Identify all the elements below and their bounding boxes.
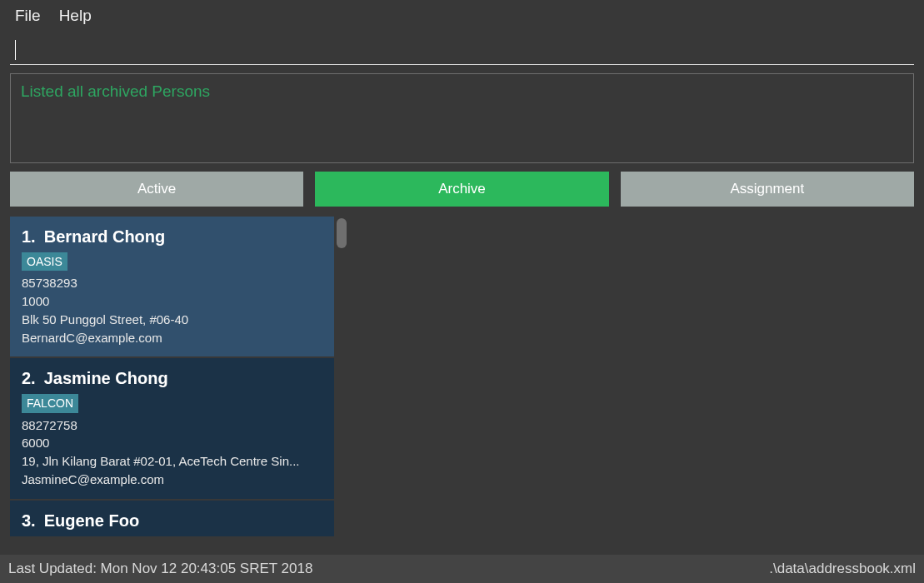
person-index: 2. — [22, 369, 36, 387]
result-message: Listed all archived Persons — [21, 82, 210, 100]
person-address: Blk 50 Punggol Street, #06-40 — [22, 311, 322, 329]
person-email: JasmineC@example.com — [22, 471, 322, 489]
persons-list-panel: 1.Bernard Chong OASIS 85738293 1000 Blk … — [10, 217, 347, 548]
menu-bar: File Help — [0, 0, 924, 32]
person-tag: FALCON — [22, 394, 78, 412]
person-salary: 1000 — [22, 292, 322, 311]
status-bar: Last Updated: Mon Nov 12 20:43:05 SRET 2… — [0, 555, 924, 583]
text-caret — [15, 40, 16, 60]
menu-help[interactable]: Help — [59, 7, 92, 25]
tabs-row: Active Archive Assignment — [10, 172, 914, 207]
command-area — [10, 35, 914, 65]
tab-active[interactable]: Active — [10, 172, 303, 207]
person-title: 3.Eugene Foo — [22, 509, 322, 533]
person-name: Eugene Foo — [44, 511, 139, 530]
person-card[interactable]: 3.Eugene Foo — [10, 501, 334, 536]
person-phone: 85738293 — [22, 274, 322, 292]
detail-panel — [356, 217, 914, 548]
persons-list[interactable]: 1.Bernard Chong OASIS 85738293 1000 Blk … — [10, 217, 334, 548]
person-salary: 6000 — [22, 434, 322, 452]
person-card[interactable]: 2.Jasmine Chong FALCON 88272758 6000 19,… — [10, 358, 334, 498]
main-split: 1.Bernard Chong OASIS 85738293 1000 Blk … — [10, 217, 914, 548]
person-email: BernardC@example.com — [22, 329, 322, 347]
status-file-path: .\data\addressbook.xml — [769, 561, 916, 577]
person-name: Bernard Chong — [44, 227, 166, 246]
person-title: 2.Jasmine Chong — [22, 366, 322, 391]
result-display: Listed all archived Persons — [10, 73, 914, 163]
person-address: 19, Jln Kilang Barat #02-01, AceTech Cen… — [22, 452, 322, 471]
list-scrollbar[interactable] — [336, 217, 347, 548]
status-last-updated: Last Updated: Mon Nov 12 20:43:05 SRET 2… — [8, 561, 312, 577]
tab-archive[interactable]: Archive — [315, 172, 608, 207]
person-name: Jasmine Chong — [44, 369, 168, 387]
menu-file[interactable]: File — [15, 7, 41, 25]
tab-assignment[interactable]: Assignment — [621, 172, 914, 207]
person-tag: OASIS — [22, 252, 67, 271]
person-index: 1. — [22, 227, 36, 246]
person-index: 3. — [22, 511, 36, 530]
scrollbar-thumb[interactable] — [337, 218, 347, 248]
person-phone: 88272758 — [22, 416, 322, 435]
command-input[interactable] — [10, 35, 914, 65]
person-title: 1.Bernard Chong — [22, 225, 322, 249]
person-card[interactable]: 1.Bernard Chong OASIS 85738293 1000 Blk … — [10, 217, 334, 356]
